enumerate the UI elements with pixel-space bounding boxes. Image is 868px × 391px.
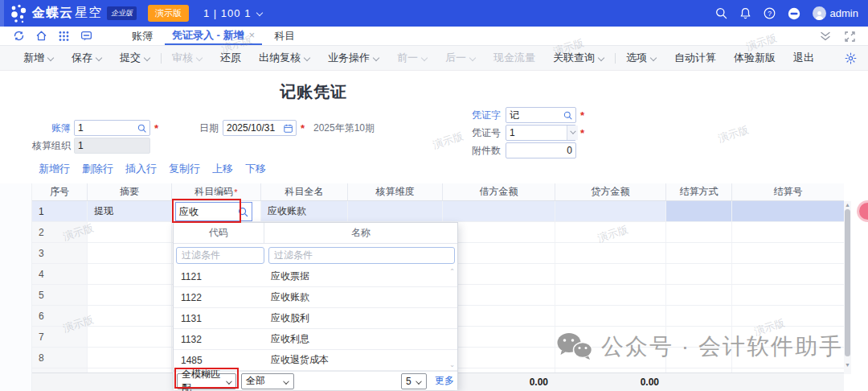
toolbar-button[interactable]: 选项 xyxy=(617,51,665,65)
combo-chevron-icon[interactable] xyxy=(567,126,578,140)
voucher-no-input[interactable] xyxy=(510,127,567,138)
grid-cell[interactable] xyxy=(665,222,731,242)
calendar-icon[interactable] xyxy=(284,123,293,134)
account-name-cell[interactable]: 应收账款 xyxy=(260,201,347,221)
toolbar-button[interactable]: 关联查询 xyxy=(544,51,613,65)
voucher-no-field[interactable] xyxy=(506,125,576,141)
toolbar-button[interactable]: 新增 xyxy=(14,51,63,65)
fullscreen-icon[interactable] xyxy=(845,31,855,42)
home-icon[interactable] xyxy=(35,30,47,42)
grid-cell[interactable] xyxy=(87,348,171,368)
grid-cell[interactable] xyxy=(87,222,171,242)
list-scroll-down-icon[interactable]: ⌄ xyxy=(449,362,455,368)
grid-cell[interactable] xyxy=(555,348,665,368)
help-icon[interactable]: ? xyxy=(764,7,776,19)
lookup-icon[interactable] xyxy=(137,123,146,134)
row-action-link[interactable]: 删除行 xyxy=(82,162,113,176)
toolbar-button[interactable]: 自动计算 xyxy=(665,51,725,65)
grid-cell[interactable] xyxy=(555,306,665,326)
grid-row-active[interactable]: 1提现应收账款 xyxy=(32,201,844,222)
grid-cell[interactable] xyxy=(665,327,731,347)
grid-scrollbar[interactable]: ▲ ▼ xyxy=(844,201,851,374)
grid-cell[interactable] xyxy=(442,306,555,326)
settle-method-cell[interactable] xyxy=(665,201,731,221)
toolbar-button[interactable]: 还原 xyxy=(211,51,250,65)
grid-cell[interactable] xyxy=(665,264,731,284)
tab-active[interactable]: 凭证录入 - 新增× xyxy=(165,27,262,45)
attachments-field[interactable] xyxy=(506,142,576,158)
row-action-link[interactable]: 新增行 xyxy=(39,162,70,176)
grid-cell[interactable] xyxy=(442,264,555,284)
message-icon[interactable] xyxy=(80,30,92,42)
row-action-link[interactable]: 插入行 xyxy=(125,162,157,176)
grid-cell[interactable] xyxy=(665,306,731,326)
grid-cell[interactable] xyxy=(555,243,665,263)
scrollbar-thumb[interactable] xyxy=(845,209,850,356)
grid-cell[interactable] xyxy=(731,285,844,305)
floating-badge[interactable] xyxy=(857,200,868,222)
collapse-tabs-icon[interactable] xyxy=(820,31,831,41)
tab-close-icon[interactable]: × xyxy=(249,29,256,41)
date-input[interactable] xyxy=(227,122,284,134)
scroll-down-icon[interactable]: ▼ xyxy=(845,362,850,368)
row-action-link[interactable]: 下移 xyxy=(245,162,266,176)
toolbar-button[interactable]: 出纳复核 xyxy=(250,51,319,65)
toolbar-button[interactable]: 退出 xyxy=(784,51,823,65)
grid-cell[interactable] xyxy=(442,327,555,347)
dimension-cell[interactable] xyxy=(347,201,442,221)
grid-cell[interactable] xyxy=(731,222,844,242)
gear-icon[interactable] xyxy=(845,52,857,68)
sync-icon[interactable] xyxy=(13,30,25,42)
summary-cell[interactable]: 提现 xyxy=(87,201,171,221)
scroll-up-icon[interactable]: ▲ xyxy=(845,202,850,208)
grid-cell[interactable] xyxy=(555,327,665,347)
seq-cell[interactable]: 5 xyxy=(32,285,87,305)
lookup-icon[interactable] xyxy=(563,110,572,121)
seq-cell[interactable]: 6 xyxy=(32,306,87,326)
grid-cell[interactable] xyxy=(442,222,555,242)
tab-item[interactable]: 科目 xyxy=(262,27,307,45)
grid-cell[interactable] xyxy=(87,285,171,305)
status-dnd-icon[interactable] xyxy=(788,7,800,20)
toolbar-button[interactable]: 业务操作 xyxy=(319,51,388,65)
seq-cell[interactable]: 2 xyxy=(32,222,87,242)
grid-cell[interactable] xyxy=(87,306,171,326)
credit-cell[interactable] xyxy=(555,201,665,221)
toolbar-button[interactable]: 提交 xyxy=(111,51,159,65)
voucher-word-field[interactable] xyxy=(506,107,576,123)
voucher-word-input[interactable] xyxy=(510,109,563,121)
grid-cell[interactable] xyxy=(442,243,555,263)
bell-icon[interactable] xyxy=(739,7,751,19)
book-label[interactable]: 账簿 xyxy=(24,120,71,136)
row-action-link[interactable]: 上移 xyxy=(212,162,233,176)
grid-cell[interactable] xyxy=(731,306,844,326)
lookup-result-row[interactable]: 1122应收账款 xyxy=(174,287,457,308)
lookup-result-row[interactable]: 1121应收票据 xyxy=(174,266,457,287)
grid-cell[interactable] xyxy=(555,264,665,284)
org-switcher[interactable]: 1 | 100 1 xyxy=(203,7,263,19)
grid-cell[interactable] xyxy=(665,348,731,368)
seq-cell[interactable]: 4 xyxy=(32,264,87,284)
seq-cell[interactable]: 8 xyxy=(32,348,87,368)
grid-cell[interactable] xyxy=(731,327,844,347)
list-scroll-up-icon[interactable]: ⌃ xyxy=(449,269,455,275)
tab-item[interactable]: 账簿 xyxy=(120,27,165,45)
page-size-select[interactable]: 5 xyxy=(401,373,427,389)
grid-cell[interactable] xyxy=(731,264,844,284)
grid-cell[interactable] xyxy=(442,285,555,305)
name-filter-input[interactable] xyxy=(268,247,455,264)
seq-cell[interactable]: 1 xyxy=(32,201,87,221)
lookup-result-row[interactable]: 1132应收利息 xyxy=(174,329,457,350)
grid-cell[interactable] xyxy=(87,243,171,263)
date-field[interactable] xyxy=(223,120,297,136)
attachments-input[interactable] xyxy=(510,145,572,156)
grid-cell[interactable] xyxy=(665,243,731,263)
lookup-result-row[interactable]: 1131应收股利 xyxy=(174,308,457,329)
grid-cell[interactable] xyxy=(87,264,171,284)
grid-cell[interactable] xyxy=(442,348,555,368)
search-icon[interactable] xyxy=(715,7,727,19)
more-link[interactable]: 更多 xyxy=(435,374,454,388)
voucher-word-label[interactable]: 凭证字 xyxy=(450,107,501,123)
toolbar-button[interactable]: 体验新版 xyxy=(725,51,784,65)
book-input[interactable] xyxy=(78,122,137,134)
